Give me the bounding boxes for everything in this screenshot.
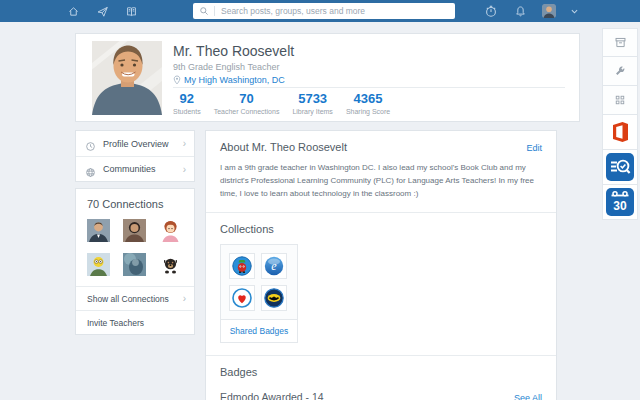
nav-right-icons <box>484 0 578 22</box>
account-avatar[interactable] <box>542 4 556 18</box>
home-icon[interactable] <box>66 4 80 18</box>
library-book-icon[interactable] <box>124 4 138 18</box>
about-body: I am a 9th grade teacher in Washington D… <box>220 162 542 200</box>
invite-teachers-label: Invite Teachers <box>87 318 144 328</box>
profile-role: 9th Grade English Teacher <box>173 62 279 72</box>
global-search <box>193 3 455 19</box>
heart-badge-icon[interactable] <box>229 285 255 311</box>
collections-section: Collections e Shared Badges <box>206 212 556 355</box>
about-section: About Mr. Theo Roosevelt Edit I am a 9th… <box>206 131 556 212</box>
stat-label: Sharing Score <box>346 108 390 115</box>
explorer-e-badge-icon[interactable]: e <box>261 253 287 279</box>
archive-box-icon[interactable] <box>602 28 638 57</box>
stat-teacher-connections: 70 Teacher Connections <box>214 92 280 115</box>
svg-text:e: e <box>271 260 277 274</box>
calendar-icon[interactable]: 30 <box>602 185 638 220</box>
monster-badge-icon[interactable] <box>229 253 255 279</box>
badges-title: Badges <box>220 366 257 378</box>
connections-title: 70 Connections <box>87 198 194 210</box>
location-pin-icon <box>173 75 181 85</box>
profile-photo <box>92 41 162 115</box>
edit-link[interactable]: Edit <box>526 143 542 153</box>
connection-avatar-dog[interactable] <box>159 253 182 276</box>
collections-title: Collections <box>220 223 274 235</box>
collections-badge-grid: e <box>221 245 297 319</box>
stat-value: 70 <box>214 92 280 106</box>
edmodo-awarded-label: Edmodo Awarded - 14 <box>220 391 324 400</box>
sidebar-item-label: Communities <box>103 164 156 174</box>
stat-value: 4365 <box>346 92 390 106</box>
connections-card: 70 Connections Show all Connections › In… <box>75 188 195 335</box>
shared-badges-link[interactable]: Shared Badges <box>221 319 297 342</box>
stat-library-items: 5733 Library Items <box>292 92 332 115</box>
sidebar-item-label: Profile Overview <box>103 139 169 149</box>
profile-location[interactable]: My High Washington, DC <box>173 75 285 85</box>
show-all-connections-link[interactable]: Show all Connections › <box>76 286 194 310</box>
extensions-rail: 30 <box>602 28 638 220</box>
connection-avatar-man-in-suit[interactable] <box>87 219 110 242</box>
profile-name: Mr. Theo Roosevelt <box>173 43 294 59</box>
main-card: About Mr. Theo Roosevelt Edit I am a 9th… <box>205 130 557 400</box>
account-chevron-down-icon[interactable] <box>571 9 578 14</box>
profile-stats: 92 Students 70 Teacher Connections 5733 … <box>173 92 390 115</box>
stat-label: Library Items <box>292 108 332 115</box>
profile-location-label: My High Washington, DC <box>184 75 285 85</box>
globe-icon <box>85 164 96 175</box>
sidebar-item-communities[interactable]: Communities › <box>76 156 194 181</box>
collections-box: e Shared Badges <box>220 244 298 343</box>
stat-value: 5733 <box>292 92 332 106</box>
library-search-icon[interactable] <box>602 150 638 185</box>
connection-avatar-blurry-photo[interactable] <box>123 253 146 276</box>
badges-section: Badges Edmodo Awarded - 14 See All <box>206 355 556 400</box>
connection-avatar-cartoon-girl[interactable] <box>159 219 182 242</box>
notifications-bell-icon[interactable] <box>513 4 527 18</box>
search-icon <box>199 6 209 16</box>
invite-teachers-link[interactable]: Invite Teachers <box>76 310 194 334</box>
stat-students: 92 Students <box>173 92 201 115</box>
sidebar-item-profile-overview[interactable]: Profile Overview › <box>76 131 194 156</box>
search-divider <box>214 6 215 16</box>
profile-header-card: Mr. Theo Roosevelt 9th Grade English Tea… <box>75 33 580 122</box>
about-title: About Mr. Theo Roosevelt <box>220 141 347 153</box>
stat-sharing-score: 4365 Sharing Score <box>346 92 390 115</box>
chevron-right-icon: › <box>183 293 186 304</box>
connection-avatar-woman[interactable] <box>123 219 146 242</box>
profile-divider <box>173 87 565 88</box>
sidebar-menu-card: Profile Overview › Communities › <box>75 130 195 182</box>
nav-left-icons <box>66 0 138 22</box>
stat-value: 92 <box>173 92 201 106</box>
planner-icon[interactable] <box>484 4 498 18</box>
see-all-link[interactable]: See All <box>514 393 542 400</box>
chevron-right-icon: › <box>183 138 186 149</box>
batman-badge-icon[interactable] <box>261 285 287 311</box>
stat-label: Teacher Connections <box>214 108 280 115</box>
show-all-label: Show all Connections <box>87 294 169 304</box>
svg-text:30: 30 <box>613 199 627 213</box>
connection-avatar-yellow-cartoon[interactable] <box>87 253 110 276</box>
spotlight-paper-plane-icon[interactable] <box>95 4 109 18</box>
stat-label: Students <box>173 108 201 115</box>
wrench-icon[interactable] <box>602 57 638 86</box>
connections-grid <box>87 219 183 276</box>
clock-icon <box>85 138 96 149</box>
chevron-right-icon: › <box>183 164 186 175</box>
search-input[interactable] <box>221 6 455 16</box>
office-icon[interactable] <box>602 115 638 150</box>
apps-grid-icon[interactable] <box>602 86 638 115</box>
